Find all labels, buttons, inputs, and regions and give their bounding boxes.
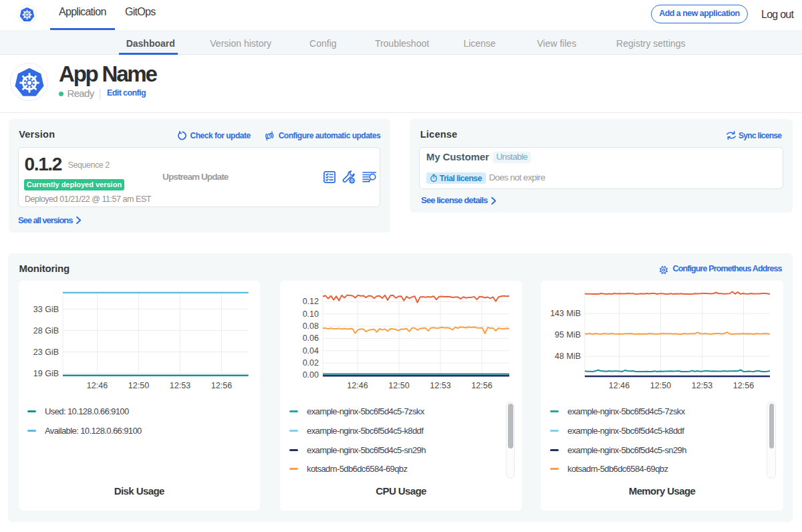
svg-text:12:53: 12:53 — [169, 381, 190, 390]
svg-text:12:50: 12:50 — [388, 381, 409, 390]
svg-text:0.04: 0.04 — [303, 346, 319, 356]
svg-text:12:53: 12:53 — [430, 381, 450, 390]
svg-text:143 MiB: 143 MiB — [550, 309, 581, 318]
svg-text:12:50: 12:50 — [650, 381, 671, 390]
svg-text:12:56: 12:56 — [471, 381, 492, 390]
svg-text:23 GiB: 23 GiB — [33, 348, 58, 357]
svg-text:0.08: 0.08 — [303, 321, 319, 331]
svg-text:0.10: 0.10 — [303, 309, 319, 319]
svg-text:0.12: 0.12 — [303, 297, 319, 306]
svg-text:12:46: 12:46 — [347, 381, 368, 390]
svg-text:12:53: 12:53 — [692, 381, 712, 390]
svg-text:12:50: 12:50 — [128, 381, 148, 390]
svg-text:48 MiB: 48 MiB — [555, 352, 581, 361]
svg-text:33 GiB: 33 GiB — [33, 305, 58, 314]
svg-text:19 GiB: 19 GiB — [33, 369, 58, 378]
svg-text:12:56: 12:56 — [733, 381, 754, 390]
svg-text:12:56: 12:56 — [211, 381, 231, 390]
svg-text:0.06: 0.06 — [303, 334, 319, 343]
svg-text:12:46: 12:46 — [609, 381, 630, 390]
svg-text:0.02: 0.02 — [303, 358, 319, 368]
svg-text:0.00: 0.00 — [303, 370, 319, 380]
svg-text:12:46: 12:46 — [86, 381, 107, 390]
svg-text:95 MiB: 95 MiB — [555, 330, 581, 340]
svg-text:28 GiB: 28 GiB — [33, 326, 58, 336]
